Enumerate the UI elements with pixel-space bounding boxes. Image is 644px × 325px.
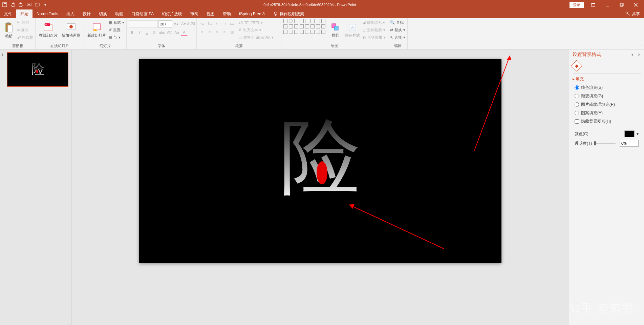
transparency-input[interactable] — [620, 140, 639, 147]
pane-dropdown-icon[interactable]: ▾ — [631, 53, 634, 57]
share-button[interactable]: 共享 — [632, 11, 640, 17]
arrange-button[interactable]: 排列 — [329, 19, 342, 41]
italic-button[interactable]: I — [136, 29, 143, 36]
group-drawing: 排列 A 快速样式 ◢形状填充 ▾ ◻形状轮廓 ▾ ◐形状效果 ▾ 绘图 — [281, 18, 388, 49]
collapse-ribbon-icon[interactable]: ˇ — [641, 45, 642, 48]
find-button[interactable]: 🔍查找 — [390, 19, 405, 26]
cut-button[interactable]: ✂剪切 — [17, 19, 33, 26]
slide-thumbnail-1[interactable]: 险 — [7, 52, 68, 87]
text-shadow-button[interactable]: abc — [158, 29, 165, 36]
align-right-button[interactable]: ≡ — [214, 28, 220, 35]
text-direction-button[interactable]: ↕A文字方向 ▾ — [239, 19, 274, 26]
font-color-button[interactable]: A — [181, 29, 188, 36]
pane-close-icon[interactable]: ✕ — [638, 53, 641, 57]
shape-effects-button[interactable]: ◐形状效果 ▾ — [363, 34, 386, 41]
restore-icon[interactable] — [615, 0, 628, 9]
font-family-combo[interactable] — [129, 20, 158, 28]
select-button[interactable]: ↖选择 ▾ — [390, 34, 405, 41]
tab-pocket[interactable]: 口袋动画 PA — [127, 9, 158, 18]
layout-button[interactable]: ▦版式 ▾ — [109, 19, 124, 26]
svg-text:A: A — [351, 25, 354, 30]
tab-insert[interactable]: 插入 — [62, 9, 79, 18]
align-text-button[interactable]: ⇵对齐文本 ▾ — [239, 26, 274, 33]
paste-button[interactable]: 粘贴 — [2, 19, 16, 41]
minimize-icon[interactable] — [601, 0, 614, 9]
font-size-combo[interactable] — [158, 20, 172, 28]
bullets-button[interactable]: •≡ — [199, 20, 206, 27]
underline-button[interactable]: U — [144, 29, 150, 36]
copy-button[interactable]: ⧉复制 — [17, 26, 33, 33]
tab-nordri[interactable]: Nordri Tools — [33, 9, 62, 18]
tab-transitions[interactable]: 切换 — [95, 9, 111, 18]
tab-animations[interactable]: 动画 — [111, 9, 127, 18]
color-picker[interactable] — [624, 130, 635, 137]
svg-rect-21 — [93, 24, 101, 30]
hot-slide-icon: HOT — [43, 23, 53, 32]
ribbon-display-options-icon[interactable] — [586, 0, 600, 9]
clear-formatting-icon[interactable]: A⌫ — [188, 20, 194, 27]
slide[interactable]: 险 — [139, 59, 501, 263]
tab-slideshow[interactable]: 幻灯片放映 — [158, 9, 186, 18]
align-text-icon: ⇵ — [239, 28, 242, 32]
quick-styles-button[interactable]: A 快速样式 — [344, 19, 361, 41]
format-painter-button[interactable]: 🖌格式刷 — [17, 34, 33, 41]
group-paragraph-label: 段落 — [199, 43, 279, 49]
reset-icon: ↺ — [109, 28, 112, 32]
strikethrough-button[interactable]: S — [151, 29, 158, 36]
shapes-gallery[interactable] — [283, 19, 327, 35]
slide-canvas-area[interactable]: 险 — [72, 49, 569, 325]
svg-point-20 — [69, 25, 73, 28]
online-slide-button[interactable]: HOT 在线幻灯片 — [38, 19, 59, 41]
redo-icon[interactable] — [18, 2, 24, 7]
radio-picture-fill[interactable]: 图片或纹理填充(P) — [575, 102, 639, 107]
align-center-button[interactable]: ≡ — [206, 28, 213, 35]
close-icon[interactable] — [629, 0, 643, 9]
paste-label: 粘贴 — [5, 34, 13, 39]
change-case-button[interactable]: Aa — [173, 29, 180, 36]
start-from-beginning-icon[interactable] — [26, 2, 32, 7]
open-icon[interactable] — [35, 2, 40, 7]
fill-tab-icon[interactable]: ◆ — [571, 60, 582, 72]
radio-pattern-fill[interactable]: 图案填充(A) — [575, 110, 639, 116]
tab-file[interactable]: 文件 — [0, 9, 16, 18]
chevron-down-icon[interactable]: ▾ — [637, 131, 639, 136]
undo-icon[interactable] — [10, 2, 16, 7]
tab-view[interactable]: 视图 — [202, 9, 219, 18]
transparency-slider[interactable] — [594, 143, 616, 144]
tab-ispring[interactable]: iSpring Free 8 — [235, 9, 269, 18]
columns-button[interactable]: ▥ — [229, 28, 235, 35]
shape-outline-button[interactable]: ◻形状轮廓 ▾ — [363, 26, 386, 33]
new-animation-page-button[interactable]: 新加动画页 — [60, 19, 82, 41]
save-icon[interactable] — [2, 2, 7, 7]
convert-smartart-button[interactable]: ▭转换为 SmartArt ▾ — [239, 34, 274, 41]
ribbon-tabs: 文件 开始 Nordri Tools 插入 设计 切换 动画 口袋动画 PA 幻… — [0, 9, 644, 18]
scissors-icon: ✂ — [17, 20, 20, 25]
line-spacing-button[interactable]: ‡≡ — [229, 20, 235, 27]
increase-font-icon[interactable]: A▴ — [173, 20, 179, 27]
radio-gradient-fill[interactable]: 渐变填充(G) — [575, 93, 639, 99]
char-spacing-button[interactable]: AV — [166, 29, 173, 36]
decrease-indent-button[interactable]: ⇤ — [214, 20, 220, 27]
checkbox-hide-bg[interactable]: 隐藏背景图形(H) — [575, 119, 639, 124]
tab-design[interactable]: 设计 — [79, 9, 95, 18]
shape-fill-button[interactable]: ◢形状填充 ▾ — [363, 19, 386, 26]
replace-button[interactable]: ⇄替换 ▾ — [390, 26, 405, 33]
bold-button[interactable]: B — [129, 29, 135, 36]
tell-me[interactable]: 操作说明搜索 — [269, 9, 308, 18]
justify-button[interactable]: ≡ — [221, 28, 228, 35]
reset-button[interactable]: ↺重置 — [109, 26, 124, 33]
tab-home[interactable]: 开始 — [16, 9, 33, 18]
section-fill-header[interactable]: ▸ 填充 — [569, 75, 644, 83]
numbering-button[interactable]: 1≡ — [206, 20, 213, 27]
tab-review[interactable]: 审阅 — [186, 9, 202, 18]
new-slide-button[interactable]: 新建幻灯片 — [86, 19, 107, 41]
slide-artwork: 险 — [276, 110, 364, 212]
radio-solid-fill[interactable]: 纯色填充(S) — [575, 85, 639, 90]
increase-indent-button[interactable]: ⇥ — [221, 20, 228, 27]
qa-dropdown-icon[interactable]: ▾ — [43, 2, 48, 7]
decrease-font-icon[interactable]: A▾ — [180, 20, 187, 27]
login-button[interactable]: 登录 — [570, 2, 584, 8]
section-button[interactable]: ▤节 ▾ — [109, 34, 124, 41]
tab-help[interactable]: 帮助 — [219, 9, 235, 18]
align-left-button[interactable]: ≡ — [199, 28, 206, 35]
